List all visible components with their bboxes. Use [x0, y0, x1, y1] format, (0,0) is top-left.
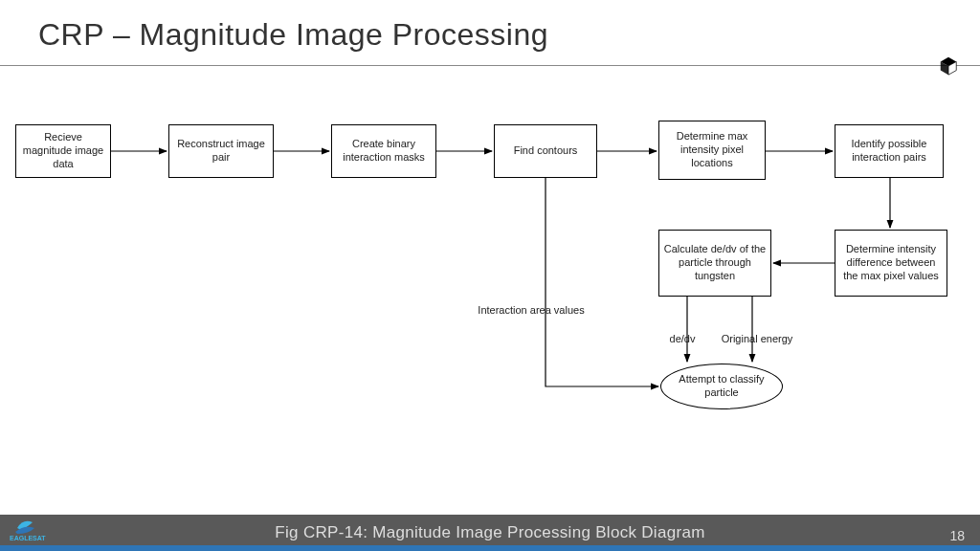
box-interaction-pairs: Identify possible interaction pairs	[835, 124, 944, 178]
box-binary-masks: Create binary interaction masks	[331, 124, 436, 178]
cube-icon	[938, 55, 959, 80]
title-rule	[0, 65, 980, 66]
page-title: CRP – Magnitude Image Processing	[38, 17, 548, 53]
box-reconstruct: Reconstruct image pair	[168, 124, 274, 178]
box-intensity-diff: Determine intensity difference between t…	[835, 230, 947, 297]
label-original-energy: Original energy	[714, 333, 800, 344]
box-dedv: Calculate de/dv of the particle through …	[658, 230, 771, 297]
box-find-contours: Find contours	[494, 124, 597, 178]
footer-caption: Fig CRP-14: Magnitude Image Processing B…	[275, 523, 704, 542]
box-classify: Attempt to classify particle	[660, 364, 783, 409]
arrows	[0, 96, 980, 497]
page-number: 18	[949, 528, 965, 543]
slide: CRP – Magnitude Image Processing Recieve…	[0, 0, 980, 551]
label-dedv: de/dv	[658, 333, 706, 344]
box-receive-data: Recieve magnitude image data	[15, 124, 111, 178]
eaglesat-logo: EAGLESAT	[8, 515, 61, 545]
svg-text:EAGLESAT: EAGLESAT	[10, 535, 46, 541]
footer-bar: Fig CRP-14: Magnitude Image Processing B…	[0, 515, 980, 551]
label-interaction-area: Interaction area values	[459, 304, 603, 316]
block-diagram: Recieve magnitude image data Reconstruct…	[0, 96, 980, 497]
footer-accent	[0, 545, 980, 551]
box-max-intensity: Determine max intensity pixel locations	[658, 121, 766, 180]
